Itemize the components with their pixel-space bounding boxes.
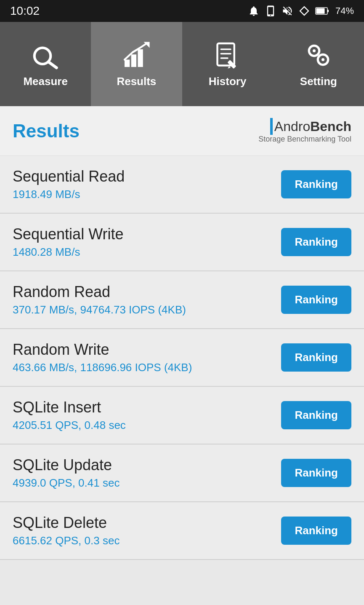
result-value: 4939.0 QPS, 0.41 sec — [13, 477, 281, 490]
nav-tabs: Measure Results History — [0, 22, 364, 106]
history-icon — [213, 40, 242, 70]
ranking-button[interactable]: Ranking — [281, 459, 351, 487]
brand-bar-accent — [270, 118, 273, 135]
results-header: Results AndroBench Storage Benchmarking … — [0, 106, 364, 156]
status-time: 10:02 — [10, 4, 40, 18]
ranking-button[interactable]: Ranking — [281, 517, 351, 545]
svg-point-18 — [321, 58, 324, 61]
measure-icon — [31, 40, 60, 70]
result-value: 463.66 MB/s, 118696.96 IOPS (4KB) — [13, 361, 281, 374]
result-value: 370.17 MB/s, 94764.73 IOPS (4KB) — [13, 303, 281, 316]
result-list: Sequential Read 1918.49 MB/s Ranking Seq… — [0, 156, 364, 560]
result-value: 6615.62 QPS, 0.3 sec — [13, 534, 281, 547]
result-item: Sequential Read 1918.49 MB/s Ranking — [0, 156, 364, 214]
bell-icon — [248, 5, 260, 17]
brand-subtitle: Storage Benchmarking Tool — [258, 135, 351, 144]
ranking-button[interactable]: Ranking — [281, 286, 351, 314]
tab-results-label: Results — [117, 75, 156, 88]
result-info: SQLite Insert 4205.51 QPS, 0.48 sec — [13, 399, 281, 432]
svg-rect-2 — [316, 8, 324, 14]
phone-icon — [265, 5, 276, 17]
results-icon — [122, 40, 151, 70]
result-item: Random Write 463.66 MB/s, 118696.96 IOPS… — [0, 329, 364, 387]
brand-name-bench: Bench — [310, 119, 351, 134]
mute-icon — [282, 5, 293, 17]
result-name: Sequential Read — [13, 168, 281, 185]
results-title: Results — [13, 120, 80, 142]
result-info: SQLite Update 4939.0 QPS, 0.41 sec — [13, 456, 281, 490]
tab-measure-label: Measure — [23, 75, 68, 88]
status-bar: 10:02 74% — [0, 0, 364, 22]
result-name: Random Write — [13, 341, 281, 359]
result-value: 1918.49 MB/s — [13, 188, 281, 201]
result-name: SQLite Delete — [13, 514, 281, 532]
result-info: Sequential Write 1480.28 MB/s — [13, 225, 281, 259]
ranking-button[interactable]: Ranking — [281, 170, 351, 198]
battery-icon — [315, 5, 330, 17]
brand-name-andro: Andro — [274, 119, 310, 134]
tab-history-label: History — [209, 75, 247, 88]
tab-results[interactable]: Results — [91, 22, 182, 106]
svg-point-17 — [313, 49, 316, 52]
setting-icon — [304, 40, 333, 70]
result-item: SQLite Delete 6615.62 QPS, 0.3 sec Ranki… — [0, 502, 364, 560]
status-icons: 74% — [248, 5, 354, 17]
result-value: 1480.28 MB/s — [13, 246, 281, 259]
ranking-button[interactable]: Ranking — [281, 228, 351, 256]
result-info: Random Write 463.66 MB/s, 118696.96 IOPS… — [13, 341, 281, 374]
svg-line-4 — [48, 62, 56, 67]
battery-percentage: 74% — [335, 5, 354, 16]
tab-history[interactable]: History — [182, 22, 273, 106]
result-value: 4205.51 QPS, 0.48 sec — [13, 419, 281, 432]
ranking-button[interactable]: Ranking — [281, 401, 351, 429]
result-item: Sequential Write 1480.28 MB/s Ranking — [0, 214, 364, 271]
ranking-button[interactable]: Ranking — [281, 343, 351, 372]
svg-rect-7 — [138, 49, 143, 67]
svg-rect-6 — [131, 54, 136, 67]
tab-setting[interactable]: Setting — [273, 22, 364, 106]
brand-name: AndroBench — [274, 119, 351, 134]
result-name: Random Read — [13, 283, 281, 301]
result-name: SQLite Update — [13, 456, 281, 474]
wifi-icon — [298, 5, 310, 17]
tab-setting-label: Setting — [300, 75, 337, 88]
result-info: Random Read 370.17 MB/s, 94764.73 IOPS (… — [13, 283, 281, 316]
result-name: SQLite Insert — [13, 399, 281, 416]
svg-rect-5 — [125, 59, 130, 67]
svg-marker-14 — [228, 66, 231, 68]
result-name: Sequential Write — [13, 225, 281, 243]
result-item: SQLite Insert 4205.51 QPS, 0.48 sec Rank… — [0, 387, 364, 444]
tab-measure[interactable]: Measure — [0, 22, 91, 106]
result-info: SQLite Delete 6615.62 QPS, 0.3 sec — [13, 514, 281, 547]
svg-rect-1 — [327, 10, 329, 12]
result-item: Random Read 370.17 MB/s, 94764.73 IOPS (… — [0, 271, 364, 329]
result-info: Sequential Read 1918.49 MB/s — [13, 168, 281, 201]
brand-logo: AndroBench Storage Benchmarking Tool — [258, 118, 351, 144]
result-item: SQLite Update 4939.0 QPS, 0.41 sec Ranki… — [0, 444, 364, 502]
